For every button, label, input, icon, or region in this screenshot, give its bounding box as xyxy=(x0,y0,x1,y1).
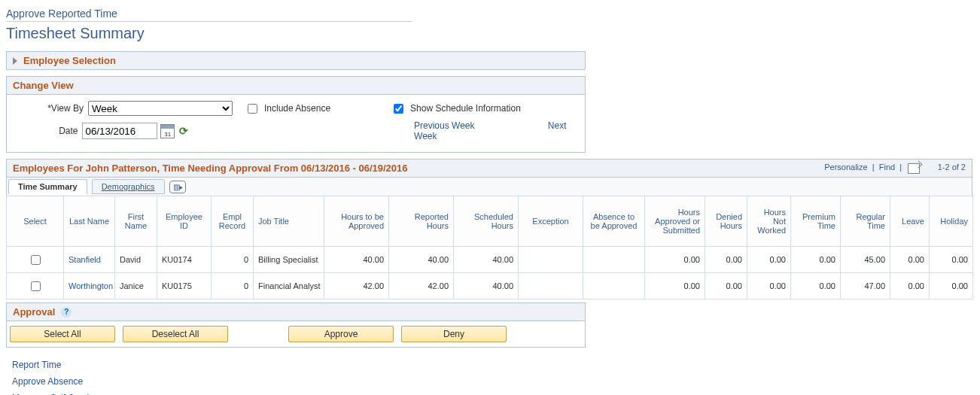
col-hours-to-approve[interactable]: Hours to be Approved xyxy=(324,196,389,247)
col-first-name[interactable]: First Name xyxy=(115,196,157,247)
last-name-link[interactable]: Worthington xyxy=(68,281,113,290)
find-link[interactable]: Find xyxy=(879,163,895,172)
cell-denied-hours: 0.00 xyxy=(705,273,747,299)
approve-button[interactable]: Approve xyxy=(288,326,394,342)
show-all-columns-icon[interactable]: ▥▸ xyxy=(169,181,186,193)
cell-employee-id: KU0174 xyxy=(157,247,212,273)
last-name-link[interactable]: Stanfield xyxy=(68,255,101,264)
cell-job-title: Financial Analyst xyxy=(254,273,324,299)
expand-icon xyxy=(13,57,17,65)
cell-hours-approved-submitted: 0.00 xyxy=(645,247,705,273)
deny-button[interactable]: Deny xyxy=(401,326,507,342)
cell-empl-record: 0 xyxy=(212,273,254,299)
cell-reported-hours: 42.00 xyxy=(389,273,454,299)
approval-header: Approval ? xyxy=(7,303,585,321)
col-last-name[interactable]: Last Name xyxy=(64,196,115,247)
grid-title: Employees For John Patterson, Time Needi… xyxy=(13,163,408,174)
help-icon[interactable]: ? xyxy=(61,307,72,318)
col-empl-record[interactable]: Empl Record xyxy=(212,196,254,247)
employee-selection-title: Employee Selection xyxy=(23,55,116,66)
refresh-icon[interactable]: ⟳ xyxy=(179,125,188,137)
col-denied-hours[interactable]: Denied Hours xyxy=(705,196,747,247)
col-reported-hours[interactable]: Reported Hours xyxy=(389,196,454,247)
zoom-icon[interactable] xyxy=(908,163,920,174)
report-time-link[interactable]: Report Time xyxy=(12,360,972,370)
cell-job-title: Billing Specialist xyxy=(254,247,324,273)
page-subtitle: Timesheet Summary xyxy=(6,25,972,42)
approval-title: Approval xyxy=(13,306,55,318)
col-regular-time[interactable]: Regular Time xyxy=(841,196,890,247)
cell-scheduled-hours: 40.00 xyxy=(454,273,519,299)
cell-holiday: 0.00 xyxy=(930,247,973,273)
view-by-select[interactable]: Week xyxy=(88,101,233,116)
cell-hours-not-worked: 0.00 xyxy=(747,273,791,299)
col-premium-time[interactable]: Premium Time xyxy=(791,196,841,247)
cell-hours-to-approve: 42.00 xyxy=(324,273,389,299)
date-input[interactable] xyxy=(82,123,157,139)
include-absence-label: Include Absence xyxy=(264,103,330,114)
change-view-panel: Change View View By Week Include Absence… xyxy=(6,76,586,153)
tab-demographics[interactable]: Demographics xyxy=(92,179,165,194)
show-schedule-label: Show Schedule Information xyxy=(410,103,521,114)
change-view-header: Change View xyxy=(7,77,585,95)
cell-empl-record: 0 xyxy=(212,247,254,273)
grid-header-bar: Employees For John Patterson, Time Needi… xyxy=(6,159,972,178)
personalize-link[interactable]: Personalize xyxy=(824,163,867,172)
col-absence-to-approve[interactable]: Absence to be Approved xyxy=(583,196,645,247)
cell-first-name: David xyxy=(115,247,157,273)
cell-exception xyxy=(519,247,583,273)
table-row: Worthington Janice KU0175 0 Financial An… xyxy=(7,273,973,299)
include-absence-checkbox[interactable] xyxy=(248,104,257,114)
cell-leave: 0.00 xyxy=(890,273,930,299)
cell-regular-time: 45.00 xyxy=(841,247,890,273)
cell-hours-approved-submitted: 0.00 xyxy=(645,273,705,299)
col-select: Select xyxy=(7,196,64,247)
col-scheduled-hours[interactable]: Scheduled Hours xyxy=(454,196,519,247)
cell-employee-id: KU0175 xyxy=(157,273,212,299)
cell-hours-not-worked: 0.00 xyxy=(747,247,791,273)
previous-week-link[interactable]: Previous Week xyxy=(414,120,474,131)
select-all-button[interactable]: Select All xyxy=(10,326,115,342)
cell-premium-time: 0.00 xyxy=(791,273,841,299)
row-select-checkbox[interactable] xyxy=(31,255,41,265)
approve-absence-link[interactable]: Approve Absence xyxy=(12,376,972,387)
col-hours-approved-submitted[interactable]: Hours Approved or Submitted xyxy=(645,196,705,247)
col-leave[interactable]: Leave xyxy=(890,196,930,247)
col-hours-not-worked[interactable]: Hours Not Worked xyxy=(747,196,791,247)
cell-scheduled-hours: 40.00 xyxy=(454,247,519,273)
grid-header-row: Select Last Name First Name Employee ID … xyxy=(7,196,973,247)
cell-absence-to-approve xyxy=(583,273,645,299)
view-by-label: View By xyxy=(14,103,84,114)
col-holiday[interactable]: Holiday xyxy=(930,196,973,247)
cell-hours-to-approve: 40.00 xyxy=(324,247,389,273)
table-row: Stanfield David KU0174 0 Billing Special… xyxy=(7,247,973,273)
employee-selection-header[interactable]: Employee Selection xyxy=(6,51,586,70)
approval-panel: Approval ? Select All Deselect All Appro… xyxy=(6,302,586,348)
show-schedule-checkbox[interactable] xyxy=(394,104,403,114)
footer-links: Report Time Approve Absence Manager Self… xyxy=(12,360,972,395)
col-job-title[interactable]: Job Title xyxy=(254,196,324,247)
page-range: 1-2 of 2 xyxy=(938,163,966,172)
cell-absence-to-approve xyxy=(583,247,645,273)
grid-tabs: Time Summary Demographics ▥▸ xyxy=(6,178,972,196)
page-title: Approve Reported Time xyxy=(6,8,412,22)
cell-denied-hours: 0.00 xyxy=(705,247,747,273)
cell-reported-hours: 40.00 xyxy=(389,247,454,273)
deselect-all-button[interactable]: Deselect All xyxy=(123,326,228,342)
tab-time-summary[interactable]: Time Summary xyxy=(8,179,87,194)
row-select-checkbox[interactable] xyxy=(31,281,41,291)
date-label: Date xyxy=(14,126,78,136)
col-exception[interactable]: Exception xyxy=(519,196,583,247)
cell-regular-time: 47.00 xyxy=(841,273,890,299)
cell-leave: 0.00 xyxy=(890,247,930,273)
col-employee-id[interactable]: Employee ID xyxy=(157,196,212,247)
employee-grid: Select Last Name First Name Employee ID … xyxy=(6,196,973,299)
cell-premium-time: 0.00 xyxy=(791,247,841,273)
cell-first-name: Janice xyxy=(115,273,157,299)
cell-exception xyxy=(519,273,583,299)
calendar-icon[interactable] xyxy=(160,124,175,138)
cell-holiday: 0.00 xyxy=(930,273,973,299)
